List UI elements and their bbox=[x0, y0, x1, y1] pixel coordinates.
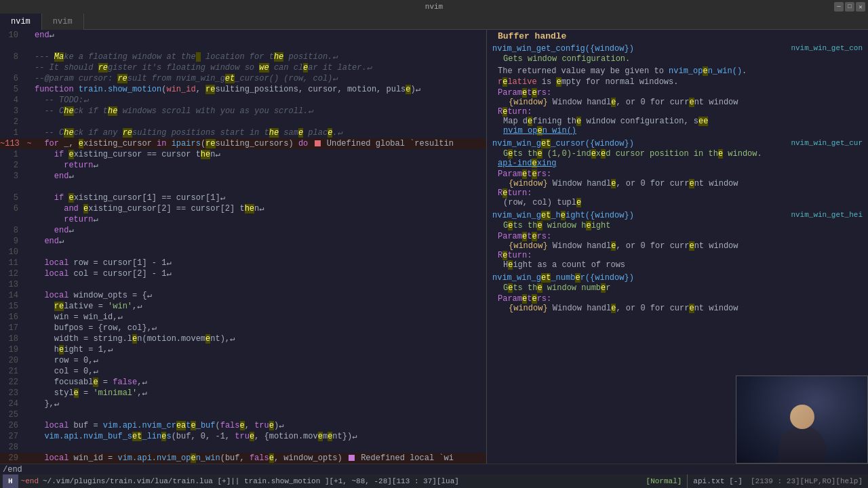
code-line: 27 vim.api.nvim_buf_set_lines(buf, 0, -1… bbox=[0, 431, 486, 442]
code-line: 13 bbox=[0, 279, 486, 290]
command-line: /end bbox=[0, 464, 868, 474]
code-line: 6 and existing_cursor[2] == cursor[2] th… bbox=[0, 203, 486, 214]
code-line: 3 -- Check if the windows scroll with yo… bbox=[0, 106, 486, 117]
status-right-pos: [2139 : 23][HLP,RO][help] bbox=[748, 477, 865, 485]
code-line-error-2: 29 local win_id = vim.api.nvim_open_win(… bbox=[0, 453, 486, 464]
code-line: 1 if existing_cursor == cursor then↵ bbox=[0, 149, 486, 160]
code-area-left[interactable]: 10 end↵ 8 --- Make a floating window at … bbox=[0, 30, 486, 464]
code-line: 5 if existing_cursor[1] == cursor[1]↵ bbox=[0, 192, 486, 203]
help-section-1: nvim_win_get_config({window}) nvim_win_g… bbox=[492, 43, 863, 136]
left-pane[interactable]: 10 end↵ 8 --- Make a floating window at … bbox=[0, 30, 487, 464]
code-line: 26 local buf = vim.api.nvim_create_buf(f… bbox=[0, 420, 486, 431]
title-bar: nvim ─ □ ✕ bbox=[0, 0, 868, 14]
code-line: 19 height = 1,↵ bbox=[0, 344, 486, 355]
code-line: 8 end↵ bbox=[0, 225, 486, 236]
help-section-2: nvim_win_get_cursor({window}) nvim_win_g… bbox=[492, 138, 863, 207]
status-bar: H ~end ~/.vim/plugins/train.vim/lua/trai… bbox=[0, 474, 868, 488]
tab-nvim-2[interactable]: nvim bbox=[42, 14, 84, 30]
help-header: Buffer handle bbox=[492, 31, 863, 42]
code-line bbox=[0, 41, 486, 52]
status-mode: H bbox=[3, 474, 18, 488]
code-line: 12 local col = cursor[2] - 1↵ bbox=[0, 268, 486, 279]
webcam-overlay bbox=[736, 375, 868, 464]
code-line: 8 --- Make a floating window at the loca… bbox=[0, 52, 486, 62]
close-button[interactable]: ✕ bbox=[856, 2, 865, 12]
minimize-button[interactable]: ─ bbox=[834, 2, 844, 12]
help-section-3: nvim_win_get_height({window}) nvim_win_g… bbox=[492, 210, 863, 270]
code-line: 28 bbox=[0, 442, 486, 453]
status-right-file: api.txt [-] bbox=[688, 477, 748, 485]
status-normal-mode: [Normal] bbox=[641, 477, 688, 485]
webcam-feed bbox=[736, 376, 867, 463]
code-line: 4 -- TODO:↵ bbox=[0, 95, 486, 106]
code-line bbox=[0, 182, 486, 192]
code-line: 22 focusable = false,↵ bbox=[0, 377, 486, 388]
code-line: 14 local window_opts = {↵ bbox=[0, 290, 486, 301]
right-pane: Buffer handle nvim_win_get_config({windo… bbox=[487, 30, 868, 464]
status-file-path: ~/.vim/plugins/train.vim/lua/train.lua [… bbox=[43, 477, 641, 485]
tab-nvim-1[interactable]: nvim bbox=[0, 14, 42, 30]
code-line-error: ~113 ~ for _, existing_cursor in ipairs(… bbox=[0, 138, 486, 149]
command-line-text: /end bbox=[3, 465, 22, 474]
code-line: 6 --@param cursor: result from nvim_win_… bbox=[0, 73, 486, 84]
code-line: 17 bufpos = {row, col},↵ bbox=[0, 323, 486, 333]
help-content-area: Buffer handle nvim_win_get_config({windo… bbox=[487, 30, 868, 464]
code-line: -- It should register it's floating wind… bbox=[0, 62, 486, 73]
code-line: 25 bbox=[0, 409, 486, 420]
code-line: 10 end↵ bbox=[0, 30, 486, 41]
code-line: 23 style = 'minimal',↵ bbox=[0, 388, 486, 399]
status-area: /end H ~end ~/.vim/plugins/train.vim/lua… bbox=[0, 464, 868, 488]
window-title: nvim bbox=[425, 3, 443, 11]
code-line: 1 -- Check if any resulting positions st… bbox=[0, 127, 486, 138]
status-end-marker: ~end bbox=[21, 477, 39, 485]
code-line: 15 relative = 'win',↵ bbox=[0, 301, 486, 312]
code-line: 3 end↵ bbox=[0, 171, 486, 182]
code-line: return↵ bbox=[0, 214, 486, 225]
code-line: 2 return↵ bbox=[0, 160, 486, 171]
code-line: 9 end↵ bbox=[0, 236, 486, 247]
code-line: 2 bbox=[0, 117, 486, 127]
help-section-4: nvim_win_get_number({window}) Gets the w… bbox=[492, 272, 863, 313]
tab-bar: nvim nvim bbox=[0, 14, 868, 30]
code-line: 18 width = string.len(motion.movement),↵ bbox=[0, 333, 486, 344]
code-line: 16 win = win_id,↵ bbox=[0, 312, 486, 323]
code-line: 20 row = 0,↵ bbox=[0, 355, 486, 366]
code-line: 24 },↵ bbox=[0, 399, 486, 409]
editor-container: 10 end↵ 8 --- Make a floating window at … bbox=[0, 30, 868, 464]
code-line: 5 function train.show_motion(win_id, res… bbox=[0, 84, 486, 95]
code-line: 21 col = 0,↵ bbox=[0, 366, 486, 377]
code-line: 10 bbox=[0, 247, 486, 258]
window-controls: ─ □ ✕ bbox=[834, 2, 865, 12]
maximize-button[interactable]: □ bbox=[845, 2, 854, 12]
code-line: 11 local row = cursor[1] - 1↵ bbox=[0, 258, 486, 268]
